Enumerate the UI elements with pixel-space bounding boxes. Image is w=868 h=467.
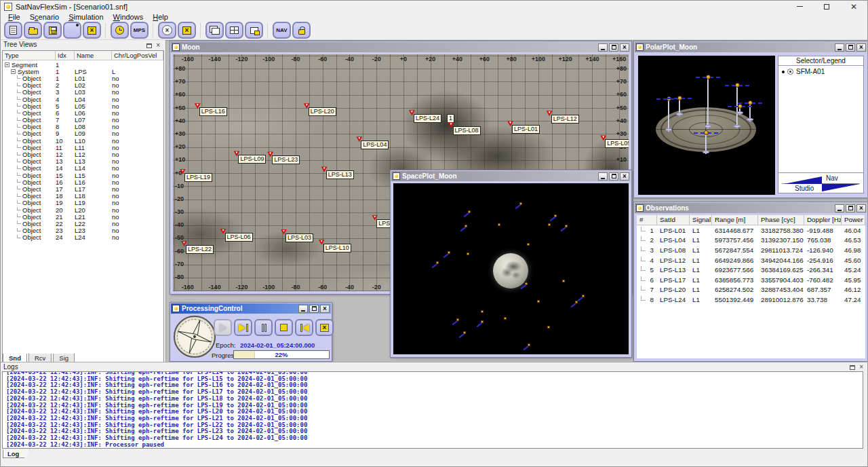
spaceplot-close-button[interactable]: × [620, 172, 629, 181]
save-scenario-as-button[interactable] [63, 22, 81, 39]
space-satellite[interactable] [527, 243, 530, 246]
space-satellite[interactable] [537, 300, 540, 303]
close-pane-icon[interactable]: × [156, 42, 160, 49]
collapse-icon[interactable] [11, 69, 16, 74]
tree-column-idx[interactable]: Idx [56, 51, 75, 60]
close-button[interactable]: ✕ [840, 1, 867, 12]
play-to-end-button[interactable] [234, 319, 252, 336]
obs-column-signal[interactable]: Signal [690, 215, 712, 225]
table-row[interactable]: 7LPS-L20L16258274.50232887453.404687.357… [637, 285, 865, 295]
space-satellite[interactable] [554, 214, 557, 217]
space-satellite[interactable] [463, 331, 466, 334]
polarplot-close-button[interactable]: × [856, 43, 866, 52]
space-satellite[interactable] [582, 295, 585, 297]
menu-help[interactable]: Help [148, 13, 173, 21]
close-pane-icon[interactable]: × [859, 364, 863, 371]
table-row[interactable]: 3LPS-L08L15672847.55429811013.724-126.94… [637, 245, 865, 255]
polar-satellite[interactable] [748, 100, 753, 105]
table-row[interactable]: Object11L11no [3, 144, 163, 151]
nav-button[interactable]: NAV [273, 22, 291, 39]
spaceplot-titlebar[interactable]: SpacePlot_Moon × [391, 171, 631, 181]
table-row[interactable]: Segment1 [3, 61, 163, 68]
observations-titlebar[interactable]: Observations × [635, 203, 867, 213]
table-row[interactable]: 6LPS-L17L16385856.77333557904.403-760.48… [637, 275, 865, 285]
polarplot-minimize-button[interactable] [835, 43, 844, 52]
polar-satellite[interactable] [706, 75, 711, 79]
menu-scenario[interactable]: Scenario [25, 13, 64, 21]
space-satellite[interactable] [467, 253, 469, 255]
table-row[interactable]: Object15L15no [3, 172, 163, 179]
play-button[interactable] [214, 319, 232, 336]
legend-radio-icon[interactable] [787, 69, 793, 75]
save-scenario-button[interactable] [43, 22, 62, 39]
restore-button[interactable] [813, 1, 840, 12]
observations-maximize-button[interactable] [846, 204, 855, 212]
table-row[interactable]: Object12L12no [3, 151, 163, 157]
float-pane-icon[interactable] [850, 365, 855, 370]
space-satellite[interactable] [565, 225, 568, 227]
clock-button[interactable] [111, 22, 129, 39]
table-row[interactable]: Object23L23no [3, 227, 163, 234]
space-satellite[interactable] [562, 280, 565, 282]
space-satellite[interactable] [575, 301, 578, 303]
table-row[interactable]: Object8L08no [3, 124, 163, 130]
tree-column-chrlogposvel[interactable]: Chr/LogPosVel [112, 51, 163, 60]
space-satellite[interactable] [528, 343, 530, 346]
obs-column-rangem[interactable]: Range [m] [712, 215, 758, 225]
moon-maximize-button[interactable] [609, 43, 618, 52]
table-row[interactable]: Object22L22no [3, 220, 163, 227]
arrange-windows-button[interactable] [245, 22, 263, 39]
polarplot-titlebar[interactable]: PolarPlot_Moon × [635, 42, 867, 52]
obs-column-dopplerhz[interactable]: Doppler [Hz] [804, 215, 842, 225]
tile-windows-button[interactable] [225, 22, 243, 39]
table-row[interactable]: Object7L07no [3, 117, 163, 124]
table-row[interactable]: 1LPS-L01L16314468.67733182758.380-919.48… [637, 225, 865, 236]
spaceplot-minimize-button[interactable] [598, 172, 608, 181]
table-row[interactable]: Object14L14no [3, 165, 163, 172]
collapse-icon[interactable] [5, 62, 9, 67]
table-row[interactable]: Object17L17no [3, 185, 163, 192]
table-row[interactable]: Object16L16no [3, 179, 163, 185]
tree-column-type[interactable]: Type [3, 51, 56, 60]
space-satellite[interactable] [448, 251, 450, 254]
pc-maximize-button[interactable] [309, 305, 319, 313]
table-row[interactable]: Object24L24no [3, 234, 163, 241]
space-view[interactable] [393, 183, 629, 354]
menu-file[interactable]: File [3, 13, 25, 21]
pc-minimize-button[interactable] [298, 305, 308, 313]
table-row[interactable]: 4LPS-L12L16649249.86634942044.166-254.91… [637, 255, 865, 265]
polar-satellite[interactable] [677, 96, 682, 100]
processing-control-titlebar[interactable]: ProcessingControl × [171, 303, 331, 314]
space-satellite[interactable] [456, 318, 459, 321]
menu-windows[interactable]: Windows [108, 13, 149, 21]
space-satellite[interactable] [547, 326, 550, 329]
pc-close-button[interactable]: × [320, 305, 330, 313]
new-scenario-button[interactable] [4, 22, 22, 39]
pause-button[interactable] [254, 319, 273, 336]
minimize-button[interactable] [786, 1, 813, 12]
moon-close-button[interactable]: × [620, 43, 629, 52]
observations-close-button[interactable]: × [856, 204, 866, 212]
table-row[interactable]: Object6L06no [3, 109, 163, 116]
space-satellite[interactable] [548, 223, 551, 226]
polar-satellite[interactable] [704, 130, 709, 135]
close-scenario-button[interactable] [83, 22, 101, 39]
lock-button[interactable] [292, 22, 311, 39]
table-row[interactable]: Object1L01no [3, 75, 163, 81]
log-output[interactable]: [2024-03-22 12:42:43]:INF: Shifting eph-… [2, 371, 863, 449]
polar-3d-view[interactable] [638, 56, 775, 195]
table-row[interactable]: Object2L02no [3, 82, 163, 89]
table-row[interactable]: Object10L10no [3, 137, 163, 144]
legend-item-sfm-a01[interactable]: SFM-A01 [778, 66, 863, 75]
stop-button[interactable] [275, 319, 293, 336]
space-satellite[interactable] [525, 282, 528, 285]
obs-column-power[interactable]: Power [842, 215, 865, 225]
cascade-windows-button[interactable] [205, 22, 224, 39]
close-view-button[interactable] [178, 22, 196, 39]
polar-satellite[interactable] [738, 104, 743, 109]
float-pane-icon[interactable] [146, 43, 152, 48]
table-row[interactable]: Object19L19no [3, 200, 163, 206]
table-row[interactable]: Object5L05no [3, 102, 163, 109]
table-row[interactable]: Object9L09no [3, 130, 163, 137]
space-satellite[interactable] [481, 310, 484, 313]
